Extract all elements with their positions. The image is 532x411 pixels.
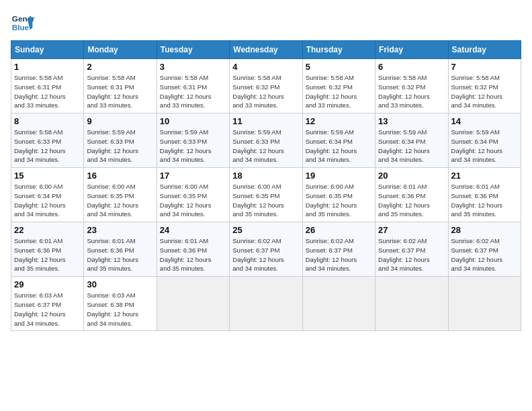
day-info: Sunrise: 5:58 AM Sunset: 6:32 PM Dayligh…	[451, 73, 518, 110]
empty-cell	[375, 277, 448, 331]
calendar-day-7: 7Sunrise: 5:58 AM Sunset: 6:32 PM Daylig…	[448, 59, 521, 113]
column-header-wednesday: Wednesday	[230, 41, 302, 59]
day-info: Sunrise: 6:01 AM Sunset: 6:36 PM Dayligh…	[160, 236, 226, 273]
day-info: Sunrise: 6:01 AM Sunset: 6:36 PM Dayligh…	[87, 236, 153, 273]
day-info: Sunrise: 5:58 AM Sunset: 6:33 PM Dayligh…	[14, 128, 81, 165]
calendar-day-2: 2Sunrise: 5:58 AM Sunset: 6:31 PM Daylig…	[84, 59, 157, 113]
day-info: Sunrise: 6:03 AM Sunset: 6:37 PM Dayligh…	[14, 291, 81, 328]
day-number: 28	[451, 225, 518, 235]
calendar-day-25: 25Sunrise: 6:02 AM Sunset: 6:37 PM Dayli…	[230, 222, 302, 277]
day-info: Sunrise: 6:00 AM Sunset: 6:34 PM Dayligh…	[14, 182, 81, 219]
calendar-day-19: 19Sunrise: 6:00 AM Sunset: 6:35 PM Dayli…	[302, 168, 375, 222]
day-info: Sunrise: 5:59 AM Sunset: 6:33 PM Dayligh…	[160, 128, 226, 165]
day-info: Sunrise: 5:59 AM Sunset: 6:33 PM Dayligh…	[232, 128, 299, 165]
calendar-day-17: 17Sunrise: 6:00 AM Sunset: 6:35 PM Dayli…	[157, 168, 229, 222]
calendar-day-4: 4Sunrise: 5:58 AM Sunset: 6:32 PM Daylig…	[230, 59, 302, 113]
day-number: 2	[87, 62, 153, 72]
day-info: Sunrise: 5:58 AM Sunset: 6:31 PM Dayligh…	[160, 73, 226, 110]
day-info: Sunrise: 6:01 AM Sunset: 6:36 PM Dayligh…	[451, 182, 518, 219]
day-number: 27	[378, 225, 445, 235]
calendar-day-11: 11Sunrise: 5:59 AM Sunset: 6:33 PM Dayli…	[230, 113, 302, 168]
calendar-day-26: 26Sunrise: 6:02 AM Sunset: 6:37 PM Dayli…	[302, 222, 375, 277]
svg-text:Blue: Blue	[12, 23, 30, 32]
calendar-day-8: 8Sunrise: 5:58 AM Sunset: 6:33 PM Daylig…	[11, 113, 84, 168]
calendar-week-4: 22Sunrise: 6:01 AM Sunset: 6:36 PM Dayli…	[11, 222, 521, 277]
calendar-week-3: 15Sunrise: 6:00 AM Sunset: 6:34 PM Dayli…	[11, 168, 521, 222]
calendar-day-18: 18Sunrise: 6:00 AM Sunset: 6:35 PM Dayli…	[230, 168, 302, 222]
day-number: 30	[87, 279, 153, 289]
calendar-day-12: 12Sunrise: 5:59 AM Sunset: 6:34 PM Dayli…	[302, 113, 375, 168]
column-header-thursday: Thursday	[302, 41, 375, 59]
empty-cell	[230, 277, 302, 331]
day-info: Sunrise: 5:58 AM Sunset: 6:31 PM Dayligh…	[87, 73, 153, 110]
calendar-day-28: 28Sunrise: 6:02 AM Sunset: 6:37 PM Dayli…	[448, 222, 521, 277]
column-header-tuesday: Tuesday	[157, 41, 229, 59]
day-number: 25	[232, 225, 299, 235]
day-number: 13	[378, 116, 445, 126]
calendar-day-13: 13Sunrise: 5:59 AM Sunset: 6:34 PM Dayli…	[375, 113, 448, 168]
day-info: Sunrise: 5:59 AM Sunset: 6:34 PM Dayligh…	[306, 128, 372, 165]
day-info: Sunrise: 5:59 AM Sunset: 6:34 PM Dayligh…	[378, 128, 445, 165]
column-header-monday: Monday	[84, 41, 157, 59]
calendar-day-23: 23Sunrise: 6:01 AM Sunset: 6:36 PM Dayli…	[84, 222, 157, 277]
calendar-week-2: 8Sunrise: 5:58 AM Sunset: 6:33 PM Daylig…	[11, 113, 521, 168]
day-number: 7	[451, 62, 518, 72]
calendar-day-30: 30Sunrise: 6:03 AM Sunset: 6:38 PM Dayli…	[84, 277, 157, 331]
day-number: 22	[14, 225, 81, 235]
day-number: 20	[378, 171, 445, 181]
day-number: 3	[160, 62, 226, 72]
column-header-sunday: Sunday	[11, 41, 84, 59]
calendar-day-21: 21Sunrise: 6:01 AM Sunset: 6:36 PM Dayli…	[448, 168, 521, 222]
calendar-week-1: 1Sunrise: 5:58 AM Sunset: 6:31 PM Daylig…	[11, 59, 521, 113]
day-info: Sunrise: 6:00 AM Sunset: 6:35 PM Dayligh…	[232, 182, 299, 219]
calendar-day-24: 24Sunrise: 6:01 AM Sunset: 6:36 PM Dayli…	[157, 222, 229, 277]
day-info: Sunrise: 6:00 AM Sunset: 6:35 PM Dayligh…	[306, 182, 372, 219]
day-number: 10	[160, 116, 226, 126]
day-info: Sunrise: 5:59 AM Sunset: 6:33 PM Dayligh…	[87, 128, 153, 165]
day-info: Sunrise: 5:58 AM Sunset: 6:32 PM Dayligh…	[306, 73, 372, 110]
day-number: 4	[232, 62, 299, 72]
calendar-day-6: 6Sunrise: 5:58 AM Sunset: 6:32 PM Daylig…	[375, 59, 448, 113]
day-info: Sunrise: 5:59 AM Sunset: 6:34 PM Dayligh…	[451, 128, 518, 165]
calendar-day-14: 14Sunrise: 5:59 AM Sunset: 6:34 PM Dayli…	[448, 113, 521, 168]
day-number: 12	[306, 116, 372, 126]
calendar-day-3: 3Sunrise: 5:58 AM Sunset: 6:31 PM Daylig…	[157, 59, 229, 113]
calendar-table: SundayMondayTuesdayWednesdayThursdayFrid…	[11, 40, 521, 331]
day-info: Sunrise: 5:58 AM Sunset: 6:32 PM Dayligh…	[232, 73, 299, 110]
day-number: 1	[14, 62, 81, 72]
day-number: 19	[306, 171, 372, 181]
day-number: 23	[87, 225, 153, 235]
calendar-day-9: 9Sunrise: 5:59 AM Sunset: 6:33 PM Daylig…	[84, 113, 157, 168]
calendar-day-27: 27Sunrise: 6:02 AM Sunset: 6:37 PM Dayli…	[375, 222, 448, 277]
calendar-day-15: 15Sunrise: 6:00 AM Sunset: 6:34 PM Dayli…	[11, 168, 84, 222]
calendar-day-5: 5Sunrise: 5:58 AM Sunset: 6:32 PM Daylig…	[302, 59, 375, 113]
day-number: 6	[378, 62, 445, 72]
day-number: 5	[306, 62, 372, 72]
day-number: 15	[14, 171, 81, 181]
day-number: 21	[451, 171, 518, 181]
day-number: 11	[232, 116, 299, 126]
day-number: 16	[87, 171, 153, 181]
header: General Blue	[11, 11, 521, 35]
day-number: 17	[160, 171, 226, 181]
day-info: Sunrise: 6:00 AM Sunset: 6:35 PM Dayligh…	[160, 182, 226, 219]
day-number: 24	[160, 225, 226, 235]
empty-cell	[157, 277, 229, 331]
day-number: 14	[451, 116, 518, 126]
logo-icon: General Blue	[11, 11, 35, 35]
day-number: 9	[87, 116, 153, 126]
day-info: Sunrise: 5:58 AM Sunset: 6:32 PM Dayligh…	[378, 73, 445, 110]
day-info: Sunrise: 6:02 AM Sunset: 6:37 PM Dayligh…	[232, 236, 299, 273]
calendar-day-22: 22Sunrise: 6:01 AM Sunset: 6:36 PM Dayli…	[11, 222, 84, 277]
logo: General Blue	[11, 11, 35, 35]
day-number: 8	[14, 116, 81, 126]
calendar-day-20: 20Sunrise: 6:01 AM Sunset: 6:36 PM Dayli…	[375, 168, 448, 222]
day-number: 29	[14, 279, 81, 289]
day-info: Sunrise: 5:58 AM Sunset: 6:31 PM Dayligh…	[14, 73, 81, 110]
day-info: Sunrise: 6:01 AM Sunset: 6:36 PM Dayligh…	[14, 236, 81, 273]
empty-cell	[448, 277, 521, 331]
empty-cell	[302, 277, 375, 331]
calendar-day-29: 29Sunrise: 6:03 AM Sunset: 6:37 PM Dayli…	[11, 277, 84, 331]
calendar-day-10: 10Sunrise: 5:59 AM Sunset: 6:33 PM Dayli…	[157, 113, 229, 168]
day-info: Sunrise: 6:02 AM Sunset: 6:37 PM Dayligh…	[378, 236, 445, 273]
